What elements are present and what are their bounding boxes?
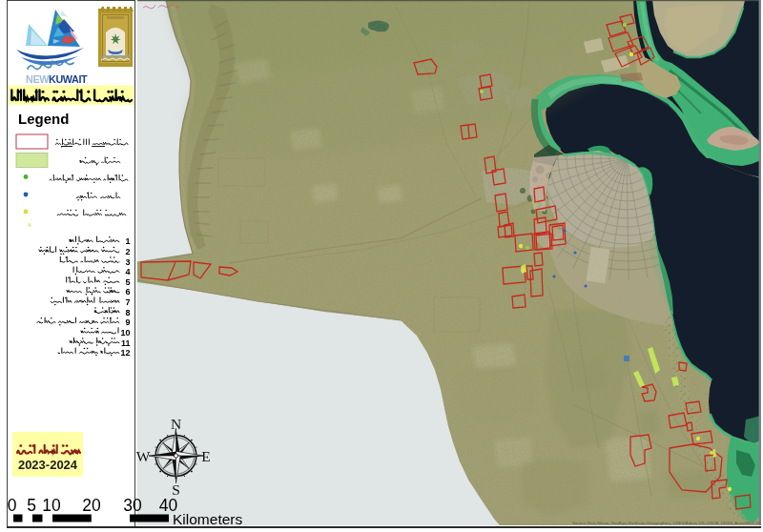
svg-text:10: 10 (42, 496, 61, 515)
svg-text:S: S (172, 481, 180, 498)
svg-text:7: 7 (125, 297, 130, 307)
svg-text:5: 5 (125, 277, 130, 287)
svg-text:E: E (201, 448, 210, 464)
svg-text:4: 4 (125, 267, 130, 276)
svg-text:3: 3 (125, 257, 130, 267)
svg-text:0: 0 (8, 496, 17, 515)
svg-text:20: 20 (82, 496, 101, 515)
svg-text:Kilometers: Kilometers (173, 511, 242, 527)
svg-text:2023-2024: 2023-2024 (18, 458, 78, 472)
svg-text:N: N (171, 416, 181, 432)
svg-text:9: 9 (125, 317, 130, 327)
svg-text:Legend: Legend (18, 111, 69, 127)
svg-text:NEWKUWAIT: NEWKUWAIT (26, 73, 88, 85)
svg-text:1: 1 (125, 236, 130, 246)
svg-text:11: 11 (121, 338, 131, 348)
svg-text:W: W (136, 448, 151, 464)
svg-text:5: 5 (27, 496, 36, 515)
svg-text:6: 6 (125, 287, 130, 297)
svg-text:12: 12 (120, 348, 130, 358)
svg-text:8: 8 (125, 308, 130, 317)
svg-text:30: 30 (123, 496, 142, 515)
svg-text:10: 10 (120, 328, 130, 338)
svg-text:2: 2 (125, 247, 130, 256)
